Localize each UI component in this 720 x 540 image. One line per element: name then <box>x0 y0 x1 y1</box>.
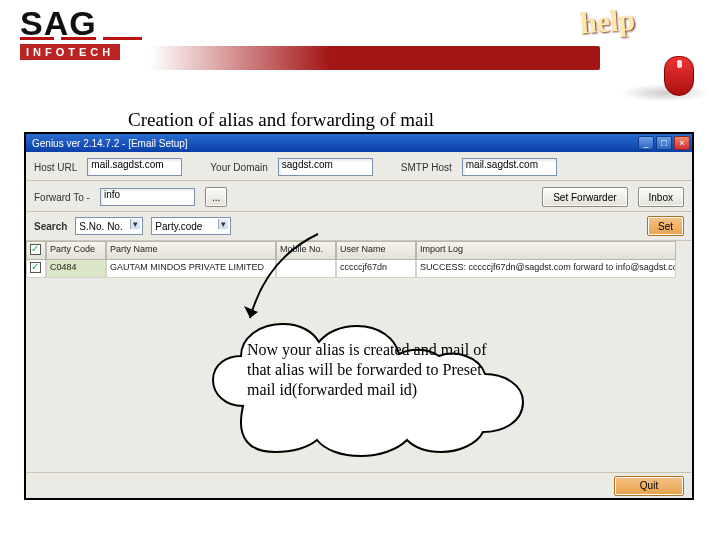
table-row[interactable]: C0484 GAUTAM MINDOS PRIVATE LIMITED cccc… <box>26 260 692 278</box>
row-mobile <box>276 260 336 278</box>
col-user-name[interactable]: User Name <box>336 241 416 260</box>
help-label: help <box>579 0 711 40</box>
row-checkbox-icon[interactable] <box>30 262 41 273</box>
window-title-bar[interactable]: Genius ver 2.14.7.2 - [Email Setup] _ □ … <box>26 134 692 152</box>
toolbar-row-1: Host URL mail.sagdst.com Your Domain sag… <box>26 152 692 181</box>
minimize-button[interactable]: _ <box>638 136 654 150</box>
your-domain-input[interactable]: sagdst.com <box>278 158 373 176</box>
set-forwarder-button[interactable]: Set Forwarder <box>542 187 627 207</box>
search-srno-select[interactable]: S.No. No. <box>75 217 143 235</box>
row-party-name: GAUTAM MINDOS PRIVATE LIMITED <box>106 260 276 278</box>
maximize-button[interactable]: □ <box>656 136 672 150</box>
footer-bar: Quit <box>26 472 692 498</box>
col-import-log[interactable]: Import Log <box>416 241 676 260</box>
window-title: Genius ver 2.14.7.2 - [Email Setup] <box>32 138 188 149</box>
grid-header: Party Code Party Name Mobile No. User Na… <box>26 241 692 260</box>
row-import-log: SUCCESS: cccccjf67dn@sagdst.com forward … <box>416 260 676 278</box>
smtp-host-label: SMTP Host <box>401 162 452 173</box>
inbox-button[interactable]: Inbox <box>638 187 684 207</box>
header-checkbox-icon[interactable] <box>30 244 41 255</box>
close-button[interactable]: × <box>674 136 690 150</box>
smtp-host-input[interactable]: mail.sagdst.com <box>462 158 557 176</box>
set-button[interactable]: Set <box>647 216 684 236</box>
row-party-code: C0484 <box>46 260 106 278</box>
logo-text-bottom: INFOTECH <box>20 44 120 60</box>
slide-header: SAG INFOTECH help <box>0 0 720 78</box>
col-party-name[interactable]: Party Name <box>106 241 276 260</box>
search-label: Search <box>34 221 67 232</box>
host-url-label: Host URL <box>34 162 77 173</box>
search-row: Search S.No. No. Party.code Set <box>26 212 692 241</box>
col-checkbox[interactable] <box>26 241 46 260</box>
toolbar-row-2: Forward To - info ... Set Forwarder Inbo… <box>26 181 692 212</box>
row-user-name: cccccjf67dn <box>336 260 416 278</box>
forward-to-input[interactable]: info <box>100 188 195 206</box>
mouse-icon <box>654 50 700 100</box>
quit-button[interactable]: Quit <box>614 476 684 496</box>
search-party-select[interactable]: Party.code <box>151 217 231 235</box>
row-checkbox-cell[interactable] <box>26 260 46 278</box>
callout: Now your alias is created and mail of th… <box>205 310 540 460</box>
your-domain-label: Your Domain <box>210 162 267 173</box>
sag-logo: SAG INFOTECH <box>20 4 142 60</box>
col-mobile[interactable]: Mobile No. <box>276 241 336 260</box>
header-accent-band <box>150 46 600 70</box>
host-url-input[interactable]: mail.sagdst.com <box>87 158 182 176</box>
forward-to-label: Forward To - <box>34 192 90 203</box>
help-badge: help <box>580 2 710 92</box>
browse-button[interactable]: ... <box>205 187 227 207</box>
slide-title: Creation of alias and forwarding of mail <box>128 109 434 131</box>
col-party-code[interactable]: Party Code <box>46 241 106 260</box>
callout-text: Now your alias is created and mail of th… <box>247 340 510 400</box>
